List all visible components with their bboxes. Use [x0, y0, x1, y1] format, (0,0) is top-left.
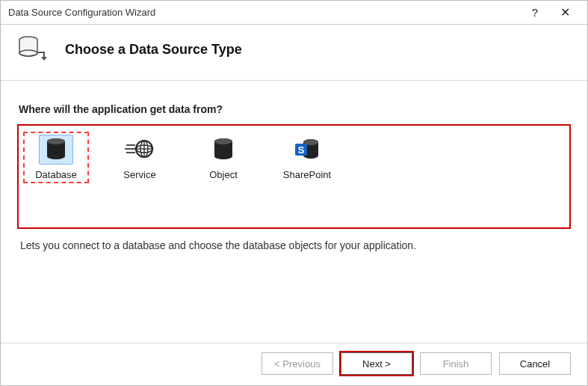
wizard-title: Choose a Data Source Type	[65, 42, 242, 58]
wizard-footer: < Previous Next > Finish Cancel	[1, 343, 587, 385]
option-label: SharePoint	[283, 169, 331, 180]
object-icon	[206, 135, 241, 165]
option-sharepoint[interactable]: S SharePoint	[274, 132, 340, 183]
previous-button[interactable]: < Previous	[261, 352, 333, 375]
option-label: Database	[35, 169, 77, 180]
option-label: Service	[123, 169, 155, 180]
svg-point-3	[47, 138, 65, 144]
sharepoint-icon: S	[290, 135, 324, 165]
options-highlight-box: Database Service	[17, 124, 571, 229]
wizard-hero-icon	[17, 35, 50, 64]
window-title: Data Source Configuration Wizard	[8, 7, 520, 18]
svg-point-13	[214, 138, 232, 144]
option-service[interactable]: Service	[107, 132, 173, 183]
svg-text:S: S	[298, 144, 305, 156]
prompt-label: Where will the application get data from…	[19, 103, 571, 115]
wizard-body: Where will the application get data from…	[1, 81, 587, 251]
database-icon	[39, 135, 73, 165]
source-type-list: Database Service	[23, 132, 565, 183]
service-icon	[123, 135, 157, 165]
next-button[interactable]: Next >	[341, 352, 412, 375]
close-button[interactable]: ✕	[550, 1, 580, 25]
finish-button[interactable]: Finish	[420, 352, 492, 375]
cancel-button[interactable]: Cancel	[499, 352, 571, 375]
help-icon: ?	[532, 6, 538, 19]
option-label: Object	[209, 169, 238, 180]
close-icon: ✕	[560, 5, 570, 19]
option-description: Lets you connect to a database and choos…	[20, 239, 568, 251]
option-object[interactable]: Object	[191, 132, 256, 183]
titlebar: Data Source Configuration Wizard ? ✕	[1, 1, 587, 25]
option-database[interactable]: Database	[23, 132, 89, 183]
wizard-header: Choose a Data Source Type	[1, 25, 587, 80]
help-button[interactable]: ?	[520, 1, 550, 25]
